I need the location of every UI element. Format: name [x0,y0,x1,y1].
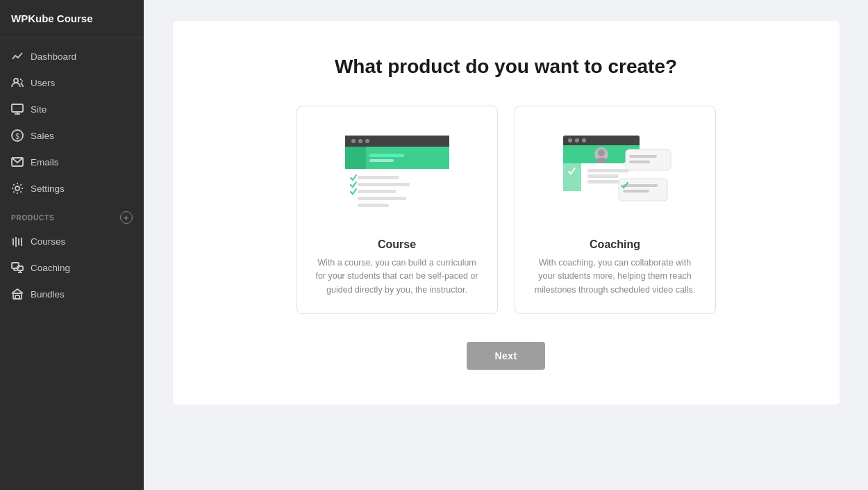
sidebar-item-users[interactable]: Users [0,70,144,96]
coaching-icon [11,261,24,274]
sales-label: Sales [31,131,54,141]
main-content: What product do you want to create? [144,0,868,490]
svg-rect-52 [587,174,619,178]
product-cards: Course With a course, you can build a cu… [201,106,812,314]
dashboard-label: Dashboard [31,51,76,62]
sidebar-item-bundles[interactable]: Bundles [0,281,144,307]
settings-label: Settings [31,183,65,194]
svg-point-28 [358,139,362,143]
svg-rect-56 [629,161,650,163]
coaching-card[interactable]: Coaching With coaching, you can collabor… [515,106,716,314]
sidebar-item-coaching[interactable]: Coaching [0,254,144,281]
sidebar-item-settings[interactable]: Settings [0,175,144,202]
monitor-icon [11,103,24,115]
page-title: What product do you want to create? [201,56,812,78]
users-label: Users [31,78,55,88]
sidebar-logo: WPKube Course [0,0,144,38]
svg-rect-51 [587,169,629,172]
svg-rect-37 [358,204,389,207]
svg-rect-34 [358,183,410,186]
site-label: Site [31,104,47,115]
products-section-header: PRODUCTS + [0,202,144,228]
course-card[interactable]: Course With a course, you can build a cu… [297,106,498,314]
course-illustration [314,123,481,227]
svg-rect-1 [12,104,23,112]
dollar-icon: $ [11,129,24,142]
svg-rect-18 [13,293,22,299]
svg-rect-33 [358,176,399,179]
svg-point-0 [14,79,18,83]
svg-point-44 [582,138,586,142]
svg-point-43 [575,138,579,142]
course-card-title: Course [314,238,481,251]
chart-line-icon [11,50,24,63]
sidebar: WPKube Course Dashboard Users [0,0,144,490]
gear-icon [11,182,24,195]
coaching-illustration [532,123,699,227]
bundles-icon [11,288,24,300]
svg-rect-38 [369,154,404,157]
coaching-label: Coaching [31,263,70,273]
svg-point-29 [365,139,369,143]
svg-point-50 [596,158,607,163]
sidebar-item-emails[interactable]: Emails [0,149,144,175]
svg-rect-32 [345,147,366,169]
next-button[interactable]: Next [467,342,544,370]
svg-rect-36 [358,197,406,200]
svg-rect-54 [626,149,671,170]
emails-label: Emails [31,157,59,168]
svg-point-42 [568,138,572,142]
courses-label: Courses [31,236,65,247]
course-card-desc: With a course, you can build a curriculu… [314,256,481,297]
sidebar-item-site[interactable]: Site [0,96,144,122]
sidebar-nav: Dashboard Users S [0,38,144,490]
svg-rect-41 [563,136,640,145]
products-label: PRODUCTS [11,214,55,222]
sidebar-item-courses[interactable]: Courses [0,228,144,254]
sidebar-item-dashboard[interactable]: Dashboard [0,43,144,70]
svg-rect-35 [358,190,396,193]
next-button-wrap: Next [201,342,812,370]
content-card: What product do you want to create? [173,21,840,405]
sidebar-item-sales[interactable]: $ Sales [0,122,144,149]
svg-rect-59 [623,184,658,187]
svg-point-27 [351,139,356,143]
svg-rect-60 [623,190,649,193]
add-product-button[interactable]: + [120,211,133,224]
svg-point-49 [598,149,605,156]
coaching-card-desc: With coaching, you can collaborate with … [532,256,699,297]
bundles-label: Bundles [31,289,65,300]
svg-rect-55 [629,155,657,158]
coaching-card-title: Coaching [532,238,699,251]
users-icon [11,76,24,89]
svg-rect-39 [369,159,394,162]
svg-point-7 [15,186,19,190]
envelope-icon [11,156,24,168]
svg-rect-47 [563,145,581,191]
svg-text:$: $ [15,133,19,140]
courses-icon [11,235,24,247]
